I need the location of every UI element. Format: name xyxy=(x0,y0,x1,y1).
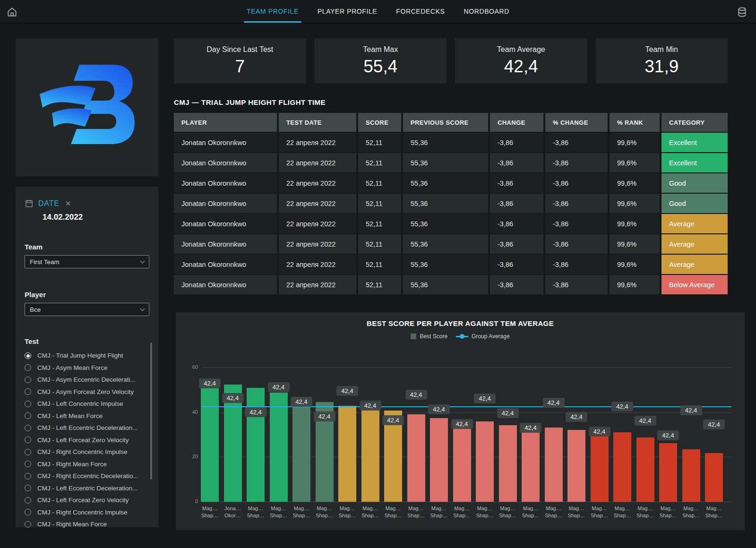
column-header[interactable]: CHANGE xyxy=(490,113,543,132)
tab-team-profile[interactable]: TEAM PROFILE xyxy=(247,0,299,23)
bar[interactable] xyxy=(247,388,265,502)
bar[interactable] xyxy=(545,428,563,502)
table-cell[interactable]: 55,36 xyxy=(403,275,488,294)
test-radio-item[interactable]: CMJ - Trial Jump Height Flight xyxy=(25,350,149,362)
table-cell[interactable]: 99,6% xyxy=(610,194,660,213)
date-filter-close-icon[interactable]: ✕ xyxy=(65,199,71,208)
legend-item[interactable]: Group Average xyxy=(456,333,510,340)
bar[interactable] xyxy=(292,397,310,502)
table-cell[interactable]: -3,86 xyxy=(545,133,608,152)
table-cell[interactable]: -3,86 xyxy=(490,234,543,254)
column-header[interactable]: % CHANGE xyxy=(545,113,608,132)
table-cell[interactable]: Jonatan Okoronnkwo xyxy=(174,153,277,172)
category-badge[interactable]: Excellent xyxy=(662,133,728,152)
tab-forcedecks[interactable]: FORCEDECKS xyxy=(396,0,445,23)
column-header[interactable]: CATEGORY xyxy=(662,113,728,132)
table-cell[interactable]: 55,36 xyxy=(403,173,488,193)
table-cell[interactable]: 55,36 xyxy=(403,153,488,172)
table-cell[interactable]: -3,86 xyxy=(545,214,608,233)
bar[interactable] xyxy=(522,426,540,502)
table-cell[interactable]: 22 апреля 2022 xyxy=(279,255,356,274)
category-badge[interactable]: Below Average xyxy=(662,275,728,294)
table-cell[interactable]: -3,86 xyxy=(545,153,608,172)
bar[interactable] xyxy=(407,414,425,502)
table-cell[interactable]: Jonatan Okoronnkwo xyxy=(174,173,277,193)
column-header[interactable]: PLAYER xyxy=(174,113,277,132)
bar[interactable] xyxy=(567,430,585,502)
test-radio-item[interactable]: CMJ - Right Mean Force xyxy=(25,458,149,471)
table-cell[interactable]: 55,36 xyxy=(403,133,488,152)
category-badge[interactable]: Excellent xyxy=(662,153,728,172)
table-cell[interactable]: 22 апреля 2022 xyxy=(279,133,356,152)
table-cell[interactable]: -3,86 xyxy=(545,194,608,213)
table-cell[interactable]: 22 апреля 2022 xyxy=(279,275,356,294)
column-header[interactable]: SCORE xyxy=(358,113,401,132)
database-icon[interactable] xyxy=(737,7,747,17)
home-icon[interactable] xyxy=(7,7,17,17)
table-cell[interactable]: 55,36 xyxy=(403,255,488,274)
test-radio-item[interactable]: CMJ - Right Concentric Impulse xyxy=(25,506,149,519)
table-cell[interactable]: 55,36 xyxy=(403,234,488,254)
category-badge[interactable]: Average xyxy=(662,255,728,274)
table-cell[interactable]: Jonatan Okoronnkwo xyxy=(174,214,277,233)
table-cell[interactable]: 55,36 xyxy=(403,194,488,213)
bar[interactable] xyxy=(453,421,471,502)
table-cell[interactable]: Jonatan Okoronnkwo xyxy=(174,194,277,213)
player-dropdown[interactable]: Все xyxy=(25,303,149,316)
test-radio-item[interactable]: CMJ - Asym Forceat Zero Velocity xyxy=(25,386,149,398)
category-badge[interactable]: Average xyxy=(662,234,728,254)
test-radio-item[interactable]: CMJ - Left Forceat Zero Velocity xyxy=(25,434,149,446)
bar[interactable] xyxy=(499,425,517,502)
table-cell[interactable]: 99,6% xyxy=(610,173,660,193)
bar[interactable] xyxy=(201,380,219,502)
table-cell[interactable]: -3,86 xyxy=(490,255,543,274)
column-header[interactable]: PREVIOUS SCORE xyxy=(403,113,488,132)
bar[interactable] xyxy=(659,443,677,502)
bar[interactable] xyxy=(705,453,723,502)
table-cell[interactable]: 52,11 xyxy=(358,255,401,274)
table-cell[interactable]: -3,86 xyxy=(545,255,608,274)
table-cell[interactable]: 22 апреля 2022 xyxy=(279,214,356,233)
table-cell[interactable]: 52,11 xyxy=(358,275,401,294)
test-radio-item[interactable]: CMJ - Right Mean Force xyxy=(25,518,149,531)
table-cell[interactable]: 99,6% xyxy=(610,133,660,152)
table-cell[interactable]: 99,6% xyxy=(610,234,660,254)
table-cell[interactable]: 99,6% xyxy=(610,275,660,294)
table-cell[interactable]: 22 апреля 2022 xyxy=(279,153,356,172)
category-badge[interactable]: Good xyxy=(662,173,728,193)
table-cell[interactable]: -3,86 xyxy=(490,194,543,213)
bar[interactable] xyxy=(476,421,494,502)
bar[interactable] xyxy=(613,432,631,502)
category-badge[interactable]: Good xyxy=(662,194,728,213)
test-radio-item[interactable]: CMJ - Left Concentric Impulse xyxy=(25,398,149,410)
table-cell[interactable]: 52,11 xyxy=(358,133,401,152)
bar[interactable] xyxy=(591,432,609,502)
team-dropdown[interactable]: First Team xyxy=(25,255,149,268)
table-cell[interactable]: 52,11 xyxy=(358,173,401,193)
table-cell[interactable]: 22 апреля 2022 xyxy=(279,234,356,254)
table-cell[interactable]: Jonatan Okoronnkwo xyxy=(174,255,277,274)
table-cell[interactable]: 52,11 xyxy=(358,234,401,254)
table-cell[interactable]: 99,6% xyxy=(610,153,660,172)
test-radio-item[interactable]: CMJ - Left Forceat Zero Velocity xyxy=(25,494,149,506)
table-cell[interactable]: -3,86 xyxy=(490,173,543,193)
test-radio-item[interactable]: CMJ - Right Eccentric Deceleratio... xyxy=(25,470,149,482)
table-cell[interactable]: 52,11 xyxy=(358,214,401,233)
test-radio-item[interactable]: CMJ - Asym Eccentric Decelerati... xyxy=(25,374,149,386)
table-cell[interactable]: 52,11 xyxy=(358,194,401,213)
test-list-scrollbar[interactable] xyxy=(150,342,152,480)
bar[interactable] xyxy=(270,393,288,502)
table-cell[interactable]: -3,86 xyxy=(490,133,543,152)
table-cell[interactable]: 22 апреля 2022 xyxy=(279,194,356,213)
category-badge[interactable]: Average xyxy=(662,214,728,233)
bar[interactable] xyxy=(361,408,379,502)
table-cell[interactable]: 99,6% xyxy=(610,255,660,274)
column-header[interactable]: % RANK xyxy=(610,113,660,132)
table-cell[interactable]: 22 апреля 2022 xyxy=(279,173,356,193)
table-cell[interactable]: 99,6% xyxy=(610,214,660,233)
legend-item[interactable]: Best Score xyxy=(411,333,447,340)
table-cell[interactable]: Jonatan Okoronnkwo xyxy=(174,275,277,294)
bar[interactable] xyxy=(430,418,448,502)
test-radio-item[interactable]: CMJ - Asym Mean Force xyxy=(25,362,149,374)
tab-nordboard[interactable]: NORDBOARD xyxy=(464,0,509,23)
